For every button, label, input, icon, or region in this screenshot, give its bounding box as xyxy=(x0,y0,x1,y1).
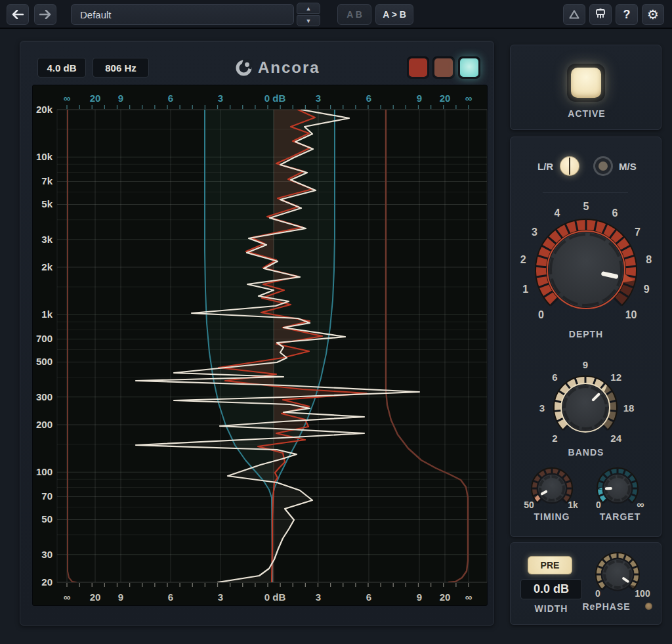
knob-tick-label: 2 xyxy=(520,254,526,265)
db-label-bottom: 0 dB xyxy=(264,591,286,603)
db-label-bottom: 6 xyxy=(168,591,173,603)
timing-min: 50 xyxy=(524,500,534,510)
ab-compare-button[interactable]: A B xyxy=(337,4,371,25)
knob-mark xyxy=(604,274,616,276)
toolbar: Default ▲ ▼ A B A > B ? ⚙ xyxy=(0,0,672,29)
freq-label: 2k xyxy=(41,261,52,272)
knob-tick-label: 24 xyxy=(610,433,621,444)
spectrum-display[interactable]: ∞∞20209966330 dB0 dB3366992020∞∞20k10k7k… xyxy=(32,85,488,606)
knob-tick-label: 10 xyxy=(625,309,637,320)
a-to-b-copy-button[interactable]: A > B xyxy=(375,4,413,25)
width-value[interactable]: 0.0 dB xyxy=(520,579,582,599)
db-label-top: 9 xyxy=(417,93,422,104)
lr-toggle[interactable] xyxy=(560,156,579,176)
preset-down-button[interactable]: ▼ xyxy=(297,15,320,26)
brand-logo: Ancora xyxy=(235,57,320,78)
question-icon: ? xyxy=(623,8,631,22)
spectrum-graph: ∞∞20209966330 dB0 dB3366992020∞∞20k10k7k… xyxy=(33,85,488,607)
delta-icon xyxy=(569,10,579,19)
db-label-bottom: 9 xyxy=(417,591,422,603)
reference-mode-button[interactable] xyxy=(432,56,455,79)
freq-label: 200 xyxy=(36,419,52,430)
active-button[interactable] xyxy=(567,64,605,102)
divider xyxy=(543,192,628,193)
rephase-led[interactable] xyxy=(645,603,652,610)
rephase-label: RePHASE xyxy=(582,601,630,612)
knob-tick-label: 3 xyxy=(539,402,545,414)
ms-label: M/S xyxy=(619,161,637,172)
db-label-top: 6 xyxy=(366,93,371,104)
solo-mode-button[interactable] xyxy=(407,56,429,79)
knob-tick-label: 9 xyxy=(583,359,588,370)
freq-label: 10k xyxy=(36,151,53,162)
threshold-curve-right-curve xyxy=(386,110,468,582)
freq-label: 50 xyxy=(41,513,52,525)
preset-back-button[interactable] xyxy=(7,4,29,25)
arrow-right-icon xyxy=(39,10,51,19)
preset-forward-button[interactable] xyxy=(34,4,56,25)
db-label-bottom: 6 xyxy=(366,591,371,603)
ancora-logo-icon xyxy=(235,59,253,77)
knob-tick-label: 2 xyxy=(552,433,557,444)
curves xyxy=(68,110,468,582)
active-label: ACTIVE xyxy=(568,108,605,119)
freq-label: 5k xyxy=(41,198,52,209)
ms-toggle[interactable] xyxy=(593,156,613,176)
delta-mode-button[interactable] xyxy=(458,56,480,79)
db-label-bottom: 20 xyxy=(440,591,451,603)
settings-button[interactable]: ⚙ xyxy=(642,4,664,25)
bands-knob[interactable]: 2369121824 xyxy=(536,358,635,457)
freq-label: 30 xyxy=(41,549,52,560)
freq-label: 70 xyxy=(41,490,52,502)
freq-label: 100 xyxy=(36,466,52,477)
target-funnel-fill xyxy=(205,110,335,582)
solo-swatch xyxy=(409,58,427,77)
freq-readout[interactable]: 806 Hz xyxy=(93,58,149,77)
db-label-top: ∞ xyxy=(64,93,71,104)
rephase-min: 0 xyxy=(595,588,600,599)
preset-up-button[interactable]: ▲ xyxy=(297,3,320,14)
theme-button[interactable] xyxy=(589,4,612,25)
db-label-bottom: ∞ xyxy=(64,591,71,603)
timing-label: TIMING xyxy=(534,511,570,522)
freq-label: 3k xyxy=(41,234,52,245)
target-label: TARGET xyxy=(600,511,641,522)
knob-tick-label: 12 xyxy=(610,372,621,383)
gain-readout[interactable]: 4.0 dB xyxy=(37,58,86,77)
knob-tick-label: 5 xyxy=(583,201,589,212)
plugin-window: Default ▲ ▼ A B A > B ? ⚙ 4.0 dB 806 Hz … xyxy=(0,0,672,644)
db-label-top: ∞ xyxy=(465,93,472,104)
preset-select[interactable]: Default xyxy=(71,4,294,25)
freq-label: 1k xyxy=(41,309,52,320)
db-label-bottom: 20 xyxy=(90,591,101,603)
freq-label: 300 xyxy=(36,391,52,402)
db-label-top: 20 xyxy=(90,93,101,104)
db-label-top: 6 xyxy=(168,93,173,104)
width-group: PRE 0.0 dB WIDTH 0 100 RePHASE xyxy=(510,542,662,625)
width-label: WIDTH xyxy=(535,603,568,614)
db-label-bottom: 3 xyxy=(218,591,223,603)
target-min: 0 xyxy=(596,500,601,510)
db-label-top: 20 xyxy=(440,93,451,104)
freq-label: 20 xyxy=(41,576,52,588)
rephase-max: 100 xyxy=(635,588,650,599)
pre-button[interactable]: PRE xyxy=(528,556,572,574)
knob-tick-label: 8 xyxy=(646,254,652,265)
db-label-top: 9 xyxy=(118,93,123,104)
knob-tick-label: 0 xyxy=(538,309,544,320)
knob-tick-label: 7 xyxy=(635,226,640,238)
knob-tick-label: 9 xyxy=(644,284,650,295)
knob-tick-label: 4 xyxy=(555,207,560,219)
timing-max: 1k xyxy=(568,500,578,510)
delta-monitor-button[interactable] xyxy=(563,4,585,25)
depth-label: DEPTH xyxy=(569,329,603,339)
db-label-top: 3 xyxy=(316,93,321,104)
help-button[interactable]: ? xyxy=(616,4,638,25)
reference-swatch xyxy=(434,58,453,77)
delta-swatch xyxy=(460,58,478,77)
brand-name: Ancora xyxy=(258,58,320,77)
depth-knob[interactable]: 012345678910 xyxy=(509,194,663,345)
db-label-bottom: 9 xyxy=(118,591,123,603)
lr-label: L/R xyxy=(537,161,553,172)
freq-label: 7k xyxy=(41,175,52,186)
